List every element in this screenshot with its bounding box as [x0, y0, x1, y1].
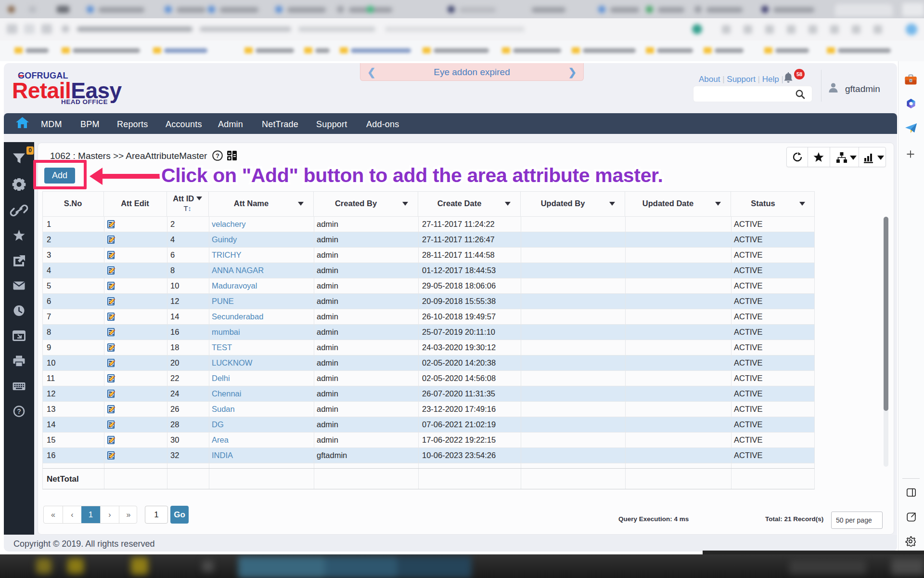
svg-text:?: ? [17, 407, 21, 415]
svg-text:?: ? [216, 152, 219, 159]
